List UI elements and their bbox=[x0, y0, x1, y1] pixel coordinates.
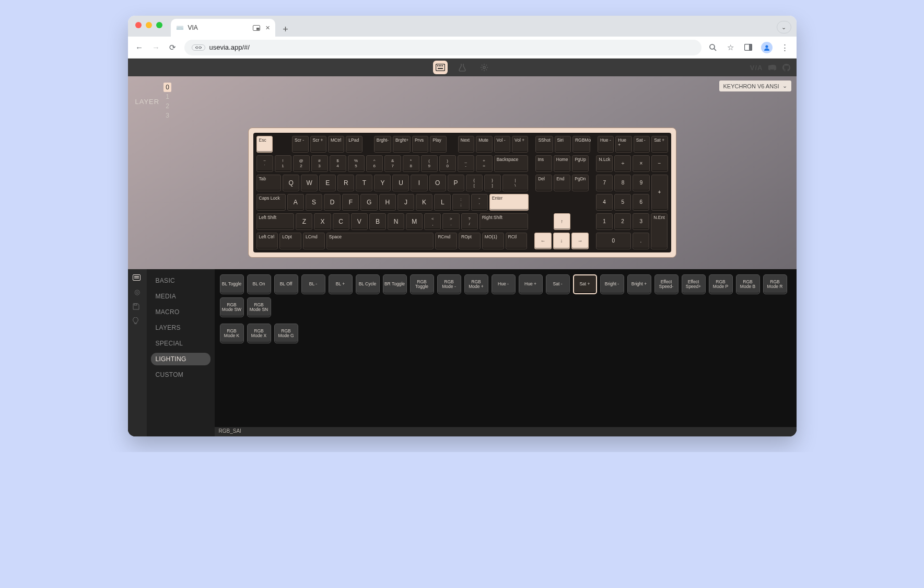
key--[interactable]: "' bbox=[471, 194, 488, 211]
key-end[interactable]: End bbox=[554, 175, 570, 191]
key--[interactable]: <, bbox=[424, 213, 441, 230]
key--[interactable]: ~` bbox=[256, 155, 273, 172]
layer-3[interactable]: 3 bbox=[163, 111, 171, 120]
key-prvs[interactable]: Prvs bbox=[412, 136, 428, 153]
key--[interactable]: >. bbox=[442, 213, 459, 230]
minimize-window-button[interactable] bbox=[146, 22, 152, 28]
key-backspace[interactable]: Backspace bbox=[494, 155, 528, 172]
key--[interactable]: += bbox=[476, 155, 493, 172]
keycode-hue-[interactable]: Hue + bbox=[519, 274, 543, 294]
key--[interactable]: |\ bbox=[502, 175, 529, 191]
lighting-rail-icon[interactable] bbox=[133, 317, 142, 325]
key-enter[interactable]: Enter bbox=[489, 194, 529, 211]
category-lighting[interactable]: LIGHTING bbox=[151, 353, 210, 365]
key-esc[interactable]: Esc bbox=[256, 136, 273, 153]
key-i[interactable]: I bbox=[411, 175, 427, 191]
bookmark-icon[interactable]: ☆ bbox=[726, 42, 736, 53]
keycode-rgb-toggle[interactable]: RGB Toggle bbox=[410, 274, 434, 294]
key-0[interactable]: 0 bbox=[596, 233, 631, 249]
key--[interactable]: :; bbox=[452, 194, 469, 211]
key-5[interactable]: %5 bbox=[348, 155, 365, 172]
key-0[interactable]: )0 bbox=[439, 155, 456, 172]
profile-avatar[interactable] bbox=[761, 42, 773, 53]
key-lopt[interactable]: LOpt bbox=[279, 233, 301, 249]
kebab-menu-icon[interactable]: ⋮ bbox=[780, 42, 790, 53]
key-left-shift[interactable]: Left Shift bbox=[256, 213, 295, 230]
key-5[interactable]: 5 bbox=[614, 194, 631, 211]
keycode-sat-[interactable]: Sat + bbox=[573, 274, 597, 294]
key-right-shift[interactable]: Right Shift bbox=[479, 213, 528, 230]
key-l[interactable]: L bbox=[434, 194, 451, 211]
key-a[interactable]: A bbox=[287, 194, 304, 211]
pip-icon[interactable] bbox=[253, 25, 260, 31]
key-vol-[interactable]: Vol + bbox=[512, 136, 528, 153]
key-w[interactable]: W bbox=[301, 175, 318, 191]
keycode-bl-cycle[interactable]: BL Cycle bbox=[356, 274, 380, 294]
key-vol-[interactable]: Vol - bbox=[494, 136, 510, 153]
sidepanel-icon[interactable] bbox=[743, 42, 754, 53]
key-hue-[interactable]: Hue + bbox=[615, 136, 631, 153]
keycode-bl-toggle[interactable]: BL Toggle bbox=[220, 274, 244, 294]
key-8[interactable]: *8 bbox=[403, 155, 419, 172]
key-7[interactable]: 7 bbox=[596, 175, 613, 191]
keycode-bl-[interactable]: BL + bbox=[329, 274, 353, 294]
category-custom[interactable]: CUSTOM bbox=[151, 368, 210, 381]
key-tab[interactable]: Tab bbox=[256, 175, 282, 191]
key-h[interactable]: H bbox=[379, 194, 396, 211]
keycode-effect-speed-[interactable]: Effect Speed- bbox=[654, 274, 679, 294]
layer-2[interactable]: 2 bbox=[163, 101, 171, 111]
keycode-bright-[interactable]: Bright - bbox=[600, 274, 624, 294]
category-special[interactable]: SPECIAL bbox=[151, 337, 210, 350]
key--[interactable]: → bbox=[571, 233, 588, 249]
key-mute[interactable]: Mute bbox=[476, 136, 492, 153]
new-tab-button[interactable]: + bbox=[278, 22, 293, 37]
key-pgup[interactable]: PgUp bbox=[572, 155, 589, 172]
github-icon[interactable] bbox=[782, 64, 790, 72]
key-pgdn[interactable]: PgDn bbox=[572, 175, 589, 191]
key-j[interactable]: J bbox=[397, 194, 414, 211]
keycode-rgb-mode-sn[interactable]: RGB Mode SN bbox=[247, 297, 271, 317]
keycode-rgb-mode-x[interactable]: RGB Mode X bbox=[247, 324, 271, 343]
key-c[interactable]: C bbox=[333, 213, 349, 230]
forward-button[interactable]: → bbox=[151, 42, 161, 53]
key-9[interactable]: 9 bbox=[633, 175, 649, 191]
test-tab-icon[interactable] bbox=[455, 61, 470, 74]
key-y[interactable]: Y bbox=[374, 175, 391, 191]
key-rcmd[interactable]: RCmd bbox=[435, 233, 457, 249]
key--[interactable]: _- bbox=[458, 155, 474, 172]
keycode-rgb-mode-[interactable]: RGB Mode + bbox=[464, 274, 488, 294]
key--[interactable]: {[ bbox=[466, 175, 483, 191]
key-p[interactable]: P bbox=[448, 175, 464, 191]
key-rctl[interactable]: RCtl bbox=[506, 233, 528, 249]
key-caps-lock[interactable]: Caps Lock bbox=[256, 194, 286, 211]
keycode-br-toggle[interactable]: BR Toggle bbox=[383, 274, 407, 294]
close-tab-icon[interactable]: ✕ bbox=[265, 25, 270, 31]
keymap-rail-icon[interactable] bbox=[133, 274, 142, 281]
device-selector[interactable]: KEYCHRON V6 ANSI ⌄ bbox=[719, 80, 791, 91]
browser-tab[interactable]: ⌨️ VIA ✕ bbox=[171, 19, 275, 37]
key-7[interactable]: &7 bbox=[384, 155, 401, 172]
key-f[interactable]: F bbox=[342, 194, 359, 211]
key-6[interactable]: 6 bbox=[633, 194, 649, 211]
keycode-rgb-mode-p[interactable]: RGB Mode P bbox=[709, 274, 733, 294]
key-space[interactable]: Space bbox=[326, 233, 434, 249]
keycode-rgb-mode-b[interactable]: RGB Mode B bbox=[736, 274, 760, 294]
keycode-bright-[interactable]: Bright + bbox=[627, 274, 651, 294]
key-sat-[interactable]: Sat + bbox=[651, 136, 668, 153]
key-r[interactable]: R bbox=[337, 175, 354, 191]
reload-button[interactable]: ⟳ bbox=[168, 42, 178, 53]
tabs-menu-button[interactable]: ⌄ bbox=[777, 21, 791, 33]
layer-1[interactable]: 1 bbox=[163, 92, 171, 101]
key-d[interactable]: D bbox=[324, 194, 341, 211]
address-bar[interactable]: usevia.app/#/ bbox=[184, 40, 701, 55]
keycode-bl-[interactable]: BL - bbox=[301, 274, 325, 294]
key-x[interactable]: X bbox=[314, 213, 331, 230]
back-button[interactable]: ← bbox=[134, 42, 145, 53]
key-left-ctrl[interactable]: Left Ctrl bbox=[256, 233, 278, 249]
key--[interactable]: . bbox=[633, 233, 649, 249]
keycode-hue-[interactable]: Hue - bbox=[492, 274, 516, 294]
key--[interactable]: ← bbox=[534, 233, 551, 249]
key-e[interactable]: E bbox=[319, 175, 336, 191]
category-layers[interactable]: LAYERS bbox=[151, 321, 210, 334]
key-4[interactable]: 4 bbox=[596, 194, 613, 211]
